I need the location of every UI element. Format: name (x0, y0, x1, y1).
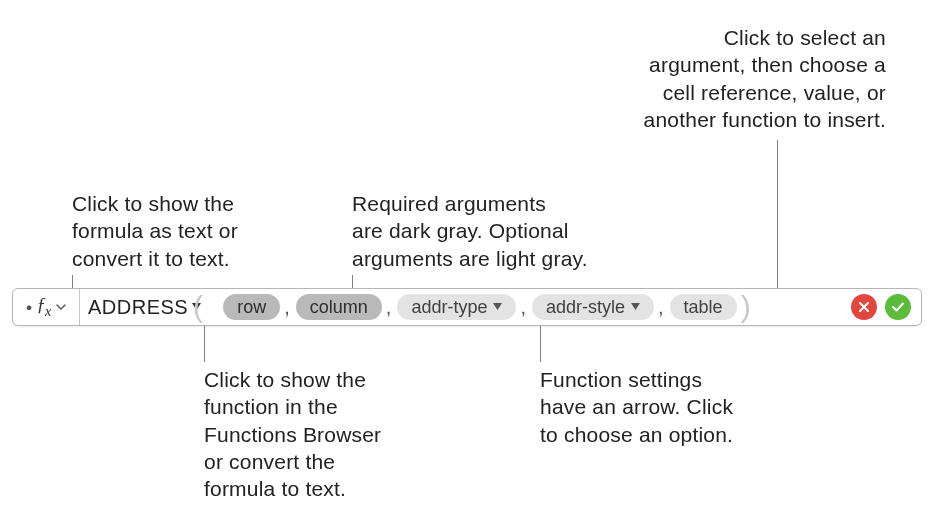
argument-label: column (310, 297, 368, 318)
argument-list: row,column,addr-type,addr-style,table (223, 294, 736, 320)
argument-label: addr-style (546, 297, 625, 318)
leader-line (204, 322, 205, 362)
comma-separator: , (516, 296, 532, 319)
argument-token-addr-type[interactable]: addr-type (397, 294, 516, 320)
caret-down-icon (493, 303, 502, 311)
comma-separator: , (382, 296, 398, 319)
argument-token-addr-style[interactable]: addr-style (532, 294, 654, 320)
chevron-down-icon (56, 304, 66, 310)
argument-label: addr-type (411, 297, 487, 318)
callout-select-argument: Click to select an argument, then choose… (476, 24, 886, 133)
comma-separator: , (280, 296, 296, 319)
comma-separator: , (654, 296, 670, 319)
cancel-button[interactable] (851, 294, 877, 320)
argument-token-column[interactable]: column (296, 294, 382, 320)
leader-line (540, 322, 541, 362)
leader-line (777, 140, 778, 293)
callout-fx: Click to show the formula as text or con… (72, 190, 238, 272)
argument-token-table[interactable]: table (670, 294, 737, 320)
paren-close: ) (741, 290, 751, 324)
caret-down-icon (631, 303, 640, 311)
bullet-icon: ● (26, 302, 33, 313)
paren-open: ( (193, 290, 203, 324)
formula-action-buttons (851, 294, 921, 320)
fx-menu[interactable]: ● ƒx (13, 289, 79, 325)
formula-input-area[interactable]: ADDRESS ( row,column,addr-type,addr-styl… (80, 289, 851, 325)
argument-label: table (684, 297, 723, 318)
callout-function-name: Click to show the function in the Functi… (204, 366, 381, 502)
callout-function-settings: Function settings have an arrow. Click t… (540, 366, 733, 448)
function-name-label: ADDRESS (88, 296, 188, 319)
fx-label: ƒx (36, 294, 50, 320)
callout-required-args: Required arguments are dark gray. Option… (352, 190, 588, 272)
argument-token-row[interactable]: row (223, 294, 280, 320)
function-name-token[interactable]: ADDRESS (88, 296, 205, 319)
argument-label: row (237, 297, 266, 318)
accept-button[interactable] (885, 294, 911, 320)
formula-editor-bar: ● ƒx ADDRESS ( row,column,addr-type,addr… (12, 288, 922, 326)
